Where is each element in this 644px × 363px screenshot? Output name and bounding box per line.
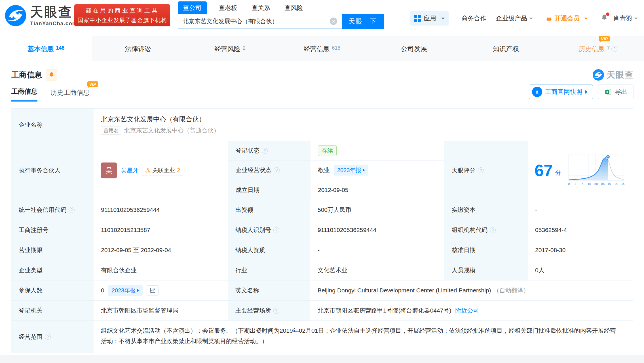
business-info-table: 企业名称 北京东艺文化发展中心（有限合伙） 曾用名 北京东艺文化发展中心（普通合… <box>11 108 633 353</box>
vip-label: 开通会员 <box>555 14 580 23</box>
field-label: 统一社会信用代码 <box>19 206 66 214</box>
field-value: - <box>310 240 444 260</box>
svg-text:97: 97 <box>608 182 611 185</box>
tab-label: 经营风险 <box>214 45 240 53</box>
tab-operating-risk[interactable]: 经营风险 2 <box>184 36 276 61</box>
monitor-bell-icon[interactable] <box>46 69 57 81</box>
search-tab-company[interactable]: 查公司 <box>178 1 207 14</box>
tab-count: 148 <box>56 45 64 51</box>
tianyancha-logo[interactable]: 天眼查 TianYanCha.com <box>5 5 77 27</box>
search-input[interactable] <box>178 14 342 29</box>
chevron-right-icon <box>137 289 139 292</box>
field-label: 企业类型 <box>11 260 94 280</box>
user-menu[interactable]: 肖青羽 <box>613 14 638 23</box>
help-icon[interactable] <box>274 167 280 173</box>
tab-intellectual-property[interactable]: 知识产权 <box>460 36 552 61</box>
export-label: 导出 <box>615 88 627 96</box>
help-icon[interactable] <box>45 334 51 340</box>
official-snapshot-button[interactable]: 工商官网快照 <box>529 85 593 99</box>
svg-text:85: 85 <box>601 182 604 185</box>
notifications-bell-icon[interactable] <box>600 14 608 23</box>
tab-label: 基本信息 <box>28 45 54 53</box>
status-badge: 存续 <box>318 145 337 156</box>
svg-text:1: 1 <box>575 182 576 185</box>
svg-text:3: 3 <box>581 182 583 185</box>
promo-line2: 国家中小企业发展子基金旗下机构 <box>78 16 167 24</box>
clear-icon[interactable] <box>330 18 337 25</box>
english-name: Beijing Dongyi Cultural Development Cent… <box>318 287 491 294</box>
promo-line1: 都在用的商业查询工具 <box>85 7 159 14</box>
trend-chart-button[interactable] <box>147 285 159 296</box>
business-scope: 组织文化艺术交流活动（不含演出）；会议服务。（下期出资时间为2019年02月01… <box>94 321 633 353</box>
search-tab-relation[interactable]: 查关系 <box>248 1 274 14</box>
annual-report-label: 2023年报 <box>337 166 361 174</box>
tab-history-info[interactable]: 历史信息 VIP 7 <box>552 36 644 61</box>
search-tabs: 查公司 查老板 查关系 查风险 <box>178 1 384 14</box>
help-icon[interactable] <box>69 207 75 213</box>
help-icon[interactable] <box>262 148 268 154</box>
table-row: 统一社会信用代码 911101020536259444 出资额 500万人民币 … <box>11 200 633 220</box>
tab-label: 公司发展 <box>401 45 427 53</box>
search-button[interactable]: 天眼一下 <box>342 14 384 29</box>
nav-cooperation[interactable]: 商务合作 <box>461 14 486 23</box>
svg-text:100: 100 <box>620 182 625 185</box>
apps-grid-icon <box>414 15 421 22</box>
score-label-cell: 天眼评分 <box>444 141 528 200</box>
watermark-logo: 天眼查 <box>592 69 634 81</box>
field-value: 2012-09-05 至 2032-09-04 <box>94 240 228 260</box>
table-row: 登记机关 北京市朝阳区市场监督管理局 主要经营场所 北京市朝阳区驼房营路甲1号院… <box>11 301 633 321</box>
field-label: 行业 <box>228 260 310 280</box>
help-icon[interactable] <box>273 308 279 314</box>
logo-text: 天眼查 <box>30 5 77 18</box>
tab-label: 知识产权 <box>493 45 519 53</box>
tab-company-development[interactable]: 公司发展 <box>368 36 460 61</box>
partner-name-link[interactable]: 吴星牙 <box>121 166 139 174</box>
field-label: 工商注册号 <box>11 220 94 240</box>
tianyancha-logo-icon <box>5 5 27 27</box>
related-companies-button[interactable]: 关联企业 2 <box>142 165 183 176</box>
search-tab-boss[interactable]: 查老板 <box>215 1 241 14</box>
field-label: 经营范围 <box>19 333 43 341</box>
help-icon[interactable] <box>273 227 279 233</box>
nearby-companies-link[interactable]: 附近公司 <box>455 307 479 315</box>
field-value: 911101020536259444 <box>310 220 444 240</box>
chevron-down-icon <box>529 18 533 20</box>
field-label: 企业名称 <box>11 109 94 141</box>
tab-legal[interactable]: 法律诉讼 <box>92 36 184 61</box>
score-value: 67 <box>535 162 553 179</box>
nav-vip-upgrade[interactable]: 开通会员 <box>546 14 588 23</box>
annual-report-tag[interactable]: 2023年报 <box>334 165 368 176</box>
help-icon[interactable] <box>478 167 484 173</box>
tab-count: 618 <box>332 45 340 51</box>
tab-count: 2 <box>243 45 246 51</box>
field-label: 成立日期 <box>228 180 311 200</box>
score-unit: 分 <box>555 168 561 177</box>
enterprise-label: 企业级产品 <box>496 14 527 23</box>
field-value: 有限合伙企业 <box>94 260 228 280</box>
tab-label: 历史信息 <box>578 45 605 53</box>
search-tab-risk[interactable]: 查风险 <box>280 1 307 14</box>
tab-count: 7 <box>607 45 610 51</box>
partner-avatar[interactable]: 吴 <box>101 162 117 178</box>
help-icon[interactable] <box>490 227 496 233</box>
related-label: 关联企业 <box>152 166 175 174</box>
apps-menu[interactable]: 应用 <box>410 11 449 26</box>
help-icon[interactable] <box>611 46 617 52</box>
export-button[interactable]: X 导出 <box>598 85 634 99</box>
svg-text:0: 0 <box>568 182 569 185</box>
auto-translate-note: （自动翻译） <box>493 286 529 294</box>
table-row: 执行事务合伙人 吴 吴星牙 关联企业 2 <box>11 141 633 200</box>
field-label: 核准日期 <box>444 240 528 260</box>
field-label: 组织机构代码 <box>452 226 487 234</box>
subtab-history-business-info[interactable]: 历史工商信息 VIP <box>50 88 90 102</box>
nav-enterprise[interactable]: 企业级产品 <box>496 14 533 23</box>
subtab-business-info[interactable]: 工商信息 <box>11 87 37 102</box>
tab-basic-info[interactable]: 基本信息 148 <box>0 36 92 61</box>
score-cell[interactable]: 67 分 <box>528 141 633 200</box>
svg-text:X: X <box>606 90 609 94</box>
tab-business-info[interactable]: 经营信息 618 <box>276 36 368 61</box>
divider <box>539 15 539 22</box>
field-value: 911101020536259444 <box>94 200 228 220</box>
annual-report-tag[interactable]: 2023年报 <box>108 285 143 296</box>
header-nav: 应用 商务合作 企业级产品 开通会员 肖青羽 <box>410 11 638 26</box>
